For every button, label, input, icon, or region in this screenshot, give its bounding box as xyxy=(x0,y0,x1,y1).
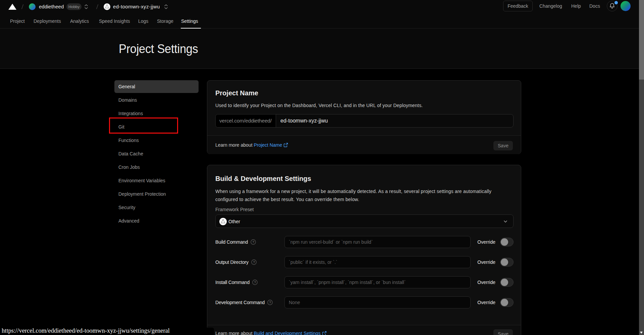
svg-text:?: ? xyxy=(254,280,256,284)
svg-text:?: ? xyxy=(252,240,254,244)
svg-text:?: ? xyxy=(269,300,271,304)
svg-text:?: ? xyxy=(253,260,255,264)
